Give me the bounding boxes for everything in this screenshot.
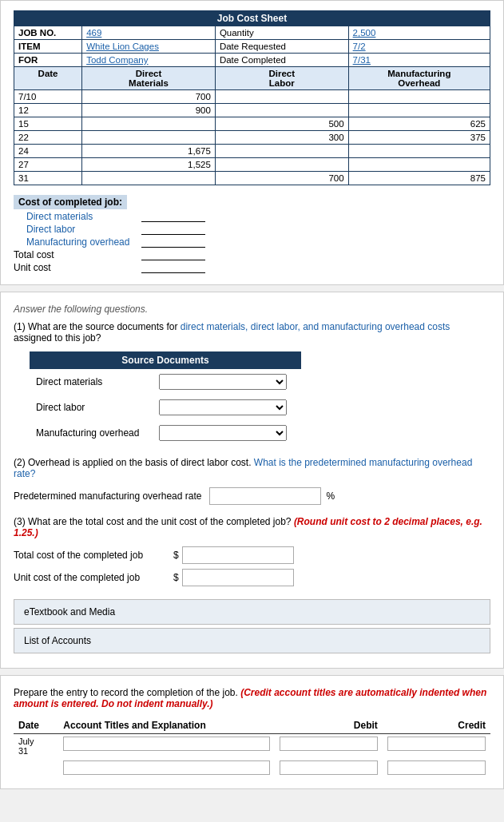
cost-unit-label: Unit cost (14, 262, 141, 273)
journal-account-cell-1 (58, 734, 274, 759)
date-completed-value: 7/31 (348, 54, 490, 67)
journal-date-header: Date (14, 717, 58, 734)
source-docs-moh-label: Manufacturing overhead (30, 420, 153, 446)
source-docs-header: Source Documents (30, 351, 301, 369)
q3-text-before: (3) What are the total cost and the unit… (14, 516, 294, 527)
table-row: 27 1,525 (14, 158, 490, 172)
unit-cost-input[interactable] (182, 569, 294, 586)
job-info-row-3: FOR Todd Company Date Completed 7/31 (14, 54, 490, 67)
questions-section: Answer the following questions. (1) What… (0, 292, 504, 669)
moh-cell (348, 145, 490, 158)
question-3: (3) What are the total cost and the unit… (14, 516, 490, 586)
journal-debit-cell-1 (275, 734, 383, 759)
answer-label: Answer the following questions. (14, 304, 490, 315)
date-cell: 24 (14, 145, 82, 158)
total-cost-input[interactable] (182, 546, 294, 564)
source-docs-table: Source Documents Direct materials Materi… (30, 351, 301, 446)
cost-dm-label: Direct materials (14, 211, 141, 222)
table-title: Job Cost Sheet (14, 11, 490, 26)
question-2: (2) Overhead is applied on the basis of … (14, 457, 490, 505)
dl-cell: 300 (215, 131, 348, 145)
quantity-value: 2,500 (348, 26, 490, 40)
job-cost-table: Job Cost Sheet JOB NO. 469 Quantity 2,50… (14, 10, 490, 185)
journal-credit-input-1[interactable] (387, 737, 486, 751)
dl-cell (215, 104, 348, 117)
moh-cell: 875 (348, 172, 490, 185)
question-1: (1) What are the source documents for di… (14, 321, 490, 446)
moh-cell (348, 90, 490, 104)
percent-sign: % (326, 490, 335, 502)
source-docs-dm-select-cell: Materials Requisition Slips Time Tickets… (153, 369, 301, 395)
journal-account-input-1[interactable] (63, 737, 269, 751)
moh-cell (348, 158, 490, 172)
cost-dl-row: Direct labor (14, 224, 490, 235)
journal-date-cell-2 (14, 758, 58, 777)
cost-dm-row: Direct materials (14, 211, 490, 222)
for-value: Todd Company (82, 54, 216, 67)
q3-text: (3) What are the total cost and the unit… (14, 516, 490, 538)
date-cell: 12 (14, 104, 82, 117)
table-row: 12 900 (14, 104, 490, 117)
q3-unit-dollar: $ (173, 572, 179, 583)
journal-section: Prepare the entry to record the completi… (0, 675, 504, 789)
journal-debit-header: Debit (275, 717, 383, 734)
journal-debit-input-2[interactable] (280, 760, 378, 775)
q2-input-row: Predetermined manufacturing overhead rat… (14, 487, 490, 505)
cost-moh-line (141, 236, 205, 248)
cost-dl-label: Direct labor (14, 224, 141, 235)
journal-date-cell-1: July 31 (14, 734, 58, 759)
job-cost-sheet-section: Job Cost Sheet JOB NO. 469 Quantity 2,50… (0, 0, 504, 285)
journal-debit-cell-2 (275, 758, 383, 777)
dl-cell (215, 158, 348, 172)
source-docs-dl-select-cell: Materials Requisition Slips Time Tickets… (153, 395, 301, 420)
cost-unit-row: Unit cost (14, 262, 490, 273)
source-docs-moh-select[interactable]: Materials Requisition Slips Time Tickets… (159, 425, 287, 441)
date-cell: 7/10 (14, 90, 82, 104)
moh-cell: 625 (348, 117, 490, 131)
q1-text-after: assigned to this job? (14, 332, 101, 343)
source-docs-container: Source Documents Direct materials Materi… (22, 351, 490, 446)
journal-row-1: July 31 (14, 734, 490, 759)
dm-cell: 900 (82, 104, 216, 117)
dm-cell (82, 131, 216, 145)
for-label: FOR (14, 54, 82, 67)
journal-debit-input-1[interactable] (280, 737, 378, 751)
quantity-label: Quantity (215, 26, 348, 40)
date-cell: 27 (14, 158, 82, 172)
dl-cell (215, 90, 348, 104)
source-docs-dl-select[interactable]: Materials Requisition Slips Time Tickets… (159, 399, 287, 415)
cost-unit-line (141, 262, 205, 273)
journal-credit-cell-1 (383, 734, 490, 759)
cost-total-row: Total cost (14, 249, 490, 260)
q3-total-row: Total cost of the completed job $ (14, 546, 490, 564)
job-info-row-1: JOB NO. 469 Quantity 2,500 (14, 26, 490, 40)
date-requested-label: Date Requested (215, 40, 348, 54)
date-completed-label: Date Completed (215, 54, 348, 67)
table-title-row: Job Cost Sheet (14, 11, 490, 26)
journal-account-cell-2 (58, 758, 274, 777)
journal-credit-header: Credit (383, 717, 490, 734)
journal-credit-cell-2 (383, 758, 490, 777)
q3-total-label: Total cost of the completed job (14, 550, 173, 561)
col-dl-header: DirectLabor (215, 67, 348, 90)
predetermined-rate-input[interactable] (209, 487, 321, 505)
source-docs-dl-label: Direct labor (30, 395, 153, 420)
col-header-row: Date DirectMaterials DirectLabor Manufac… (14, 67, 490, 90)
q3-unit-label: Unit cost of the completed job (14, 572, 173, 583)
cost-dl-line (141, 224, 205, 235)
dm-cell: 700 (82, 90, 216, 104)
q1-text-before: (1) What are the source documents for (14, 321, 181, 332)
q2-label: Predetermined manufacturing overhead rat… (14, 490, 201, 502)
journal-account-input-2[interactable] (63, 760, 269, 775)
cost-total-label: Total cost (14, 249, 141, 260)
date-cell: 15 (14, 117, 82, 131)
source-docs-dm-select[interactable]: Materials Requisition Slips Time Tickets… (159, 374, 287, 390)
list-of-accounts-button[interactable]: List of Accounts (14, 628, 490, 653)
job-no-value: 469 (82, 26, 216, 40)
table-row: 7/10 700 (14, 90, 490, 104)
etextbook-button[interactable]: eTextbook and Media (14, 599, 490, 625)
journal-credit-input-2[interactable] (387, 760, 486, 775)
journal-table: Date Account Titles and Explanation Debi… (14, 717, 490, 777)
collapsible-section: eTextbook and Media List of Accounts (14, 599, 490, 653)
dl-cell (215, 145, 348, 158)
